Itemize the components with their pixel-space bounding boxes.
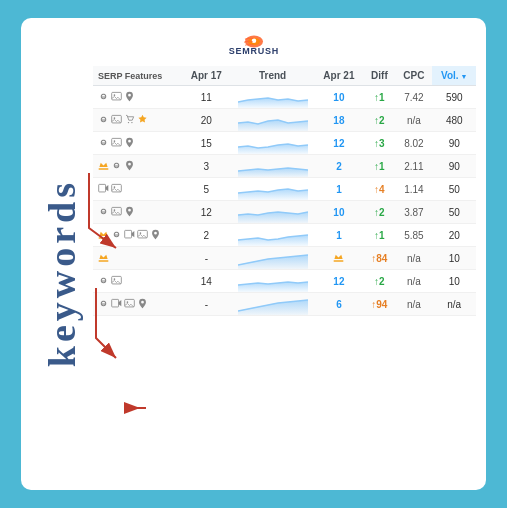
apr17-value: - bbox=[182, 293, 231, 316]
table-row: 5 1↑41.1450 bbox=[93, 178, 476, 201]
image-icon bbox=[137, 229, 148, 242]
icons-cell bbox=[93, 132, 182, 155]
vol-value: 50 bbox=[432, 201, 476, 224]
svg-point-8 bbox=[128, 121, 129, 122]
diff-value: ↑4 bbox=[363, 178, 395, 201]
icons-cell bbox=[93, 109, 182, 132]
apr21-value bbox=[314, 247, 363, 270]
image-icon bbox=[111, 275, 122, 288]
icons-cell bbox=[93, 178, 182, 201]
cpc-value: n/a bbox=[395, 247, 432, 270]
main-content: keywords SERP Features Apr 17 Trend Apr … bbox=[31, 66, 476, 480]
location-icon bbox=[124, 160, 135, 173]
apr21-value: 18 bbox=[314, 109, 363, 132]
diff-value: ↑2 bbox=[363, 109, 395, 132]
th-serp-features[interactable]: SERP Features bbox=[93, 66, 182, 86]
icons-cell bbox=[93, 293, 182, 316]
th-diff[interactable]: Diff bbox=[363, 66, 395, 86]
trend-chart bbox=[231, 247, 315, 270]
review-icon bbox=[137, 114, 148, 127]
svg-point-11 bbox=[114, 140, 116, 142]
video-icon bbox=[111, 298, 122, 311]
image-icon bbox=[111, 206, 122, 219]
svg-point-7 bbox=[114, 117, 116, 119]
image-icon bbox=[111, 91, 122, 104]
trend-chart bbox=[231, 86, 315, 109]
table-row: 2 1↑15.8520 bbox=[93, 224, 476, 247]
table-row: 11 10↑17.42590 bbox=[93, 86, 476, 109]
location-icon bbox=[150, 229, 161, 242]
diff-value: ↑94 bbox=[363, 293, 395, 316]
cpc-value: n/a bbox=[395, 109, 432, 132]
location-icon bbox=[124, 137, 135, 150]
trend-chart bbox=[231, 201, 315, 224]
apr17-value: 12 bbox=[182, 201, 231, 224]
trend-chart bbox=[231, 224, 315, 247]
svg-rect-22 bbox=[112, 299, 119, 307]
svg-point-16 bbox=[114, 209, 116, 211]
apr21-value: 6 bbox=[314, 293, 363, 316]
icons-cell bbox=[93, 155, 182, 178]
diff-value: ↑84 bbox=[363, 247, 395, 270]
th-trend[interactable]: Trend bbox=[231, 66, 315, 86]
shopping-icon bbox=[124, 114, 135, 127]
trend-chart bbox=[231, 293, 315, 316]
svg-point-14 bbox=[114, 186, 116, 188]
apr17-value: 14 bbox=[182, 270, 231, 293]
crown-icon bbox=[98, 160, 109, 173]
diff-value: ↑1 bbox=[363, 155, 395, 178]
table-row: - 6↑94n/an/a bbox=[93, 293, 476, 316]
icons-cell bbox=[93, 201, 182, 224]
location-icon bbox=[124, 91, 135, 104]
cpc-value: 3.87 bbox=[395, 201, 432, 224]
image-icon bbox=[111, 183, 122, 196]
th-cpc[interactable]: CPC bbox=[395, 66, 432, 86]
location-icon bbox=[137, 298, 148, 311]
cpc-value: 8.02 bbox=[395, 132, 432, 155]
table-row: 20 18↑2n/a480 bbox=[93, 109, 476, 132]
apr17-value: 11 bbox=[182, 86, 231, 109]
link-icon bbox=[98, 275, 109, 288]
image-icon bbox=[124, 298, 135, 311]
apr17-value: 2 bbox=[182, 224, 231, 247]
cpc-value: n/a bbox=[395, 270, 432, 293]
apr21-value: 10 bbox=[314, 86, 363, 109]
svg-point-24 bbox=[127, 301, 129, 303]
keywords-column: keywords bbox=[31, 66, 93, 480]
cpc-value: 1.14 bbox=[395, 178, 432, 201]
cpc-value: 2.11 bbox=[395, 155, 432, 178]
keywords-label: keywords bbox=[43, 179, 81, 367]
video-icon bbox=[98, 183, 109, 196]
semrush-logo: SEMRUSH bbox=[209, 32, 299, 60]
table-row: - ↑84n/a10 bbox=[93, 247, 476, 270]
main-card: SEMRUSH keywords SERP Features Apr 17 Tr… bbox=[21, 18, 486, 490]
link-icon bbox=[98, 137, 109, 150]
vol-value: 90 bbox=[432, 155, 476, 178]
svg-point-5 bbox=[114, 94, 116, 96]
table-area: SERP Features Apr 17 Trend Apr 21 Diff C… bbox=[93, 66, 476, 480]
apr17-value: - bbox=[182, 247, 231, 270]
trend-chart bbox=[231, 155, 315, 178]
link-icon bbox=[98, 206, 109, 219]
link-icon bbox=[111, 229, 122, 242]
apr21-value: 1 bbox=[314, 178, 363, 201]
trend-chart bbox=[231, 270, 315, 293]
apr21-value: 2 bbox=[314, 155, 363, 178]
trend-chart bbox=[231, 132, 315, 155]
diff-value: ↑3 bbox=[363, 132, 395, 155]
th-apr21[interactable]: Apr 21 bbox=[314, 66, 363, 86]
apr17-value: 3 bbox=[182, 155, 231, 178]
th-vol[interactable]: Vol. bbox=[432, 66, 476, 86]
vol-value: n/a bbox=[432, 293, 476, 316]
vol-value: 20 bbox=[432, 224, 476, 247]
table-row: 3 2↑12.1190 bbox=[93, 155, 476, 178]
vol-value: 10 bbox=[432, 247, 476, 270]
crown-icon bbox=[98, 252, 109, 265]
trend-chart bbox=[231, 178, 315, 201]
apr21-value: 1 bbox=[314, 224, 363, 247]
th-apr17[interactable]: Apr 17 bbox=[182, 66, 231, 86]
diff-value: ↑1 bbox=[363, 86, 395, 109]
table-row: 15 12↑38.0290 bbox=[93, 132, 476, 155]
svg-point-21 bbox=[114, 278, 116, 280]
svg-point-2 bbox=[251, 39, 256, 44]
